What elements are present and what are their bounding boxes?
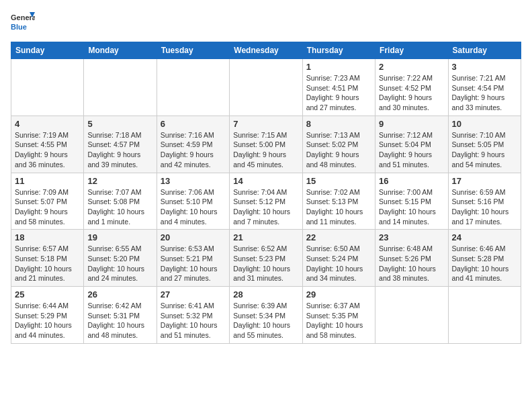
calendar-cell: 27Sunrise: 6:41 AM Sunset: 5:32 PM Dayli… bbox=[157, 287, 229, 344]
day-detail: Sunrise: 7:21 AM Sunset: 4:54 PM Dayligh… bbox=[452, 73, 517, 113]
logo: General Blue bbox=[11, 11, 35, 35]
day-detail: Sunrise: 6:57 AM Sunset: 5:18 PM Dayligh… bbox=[15, 244, 80, 283]
day-number: 27 bbox=[161, 289, 226, 300]
day-number: 24 bbox=[452, 232, 517, 242]
day-number: 5 bbox=[87, 119, 152, 129]
day-detail: Sunrise: 7:22 AM Sunset: 4:52 PM Dayligh… bbox=[379, 73, 444, 113]
day-detail: Sunrise: 7:23 AM Sunset: 4:51 PM Dayligh… bbox=[306, 73, 371, 113]
column-header-saturday: Saturday bbox=[448, 42, 521, 59]
calendar-cell: 21Sunrise: 6:52 AM Sunset: 5:23 PM Dayli… bbox=[230, 230, 302, 287]
day-detail: Sunrise: 6:42 AM Sunset: 5:31 PM Dayligh… bbox=[87, 301, 152, 340]
day-detail: Sunrise: 7:15 AM Sunset: 5:00 PM Dayligh… bbox=[233, 130, 298, 170]
calendar-cell: 25Sunrise: 6:44 AM Sunset: 5:29 PM Dayli… bbox=[11, 287, 84, 344]
calendar-cell: 5Sunrise: 7:18 AM Sunset: 4:57 PM Daylig… bbox=[84, 116, 157, 173]
calendar-week-row: 11Sunrise: 7:09 AM Sunset: 5:07 PM Dayli… bbox=[11, 173, 521, 230]
day-detail: Sunrise: 7:18 AM Sunset: 4:57 PM Dayligh… bbox=[87, 130, 152, 170]
day-number: 4 bbox=[15, 119, 80, 129]
day-detail: Sunrise: 7:06 AM Sunset: 5:10 PM Dayligh… bbox=[161, 187, 226, 227]
calendar-cell: 29Sunrise: 6:37 AM Sunset: 5:35 PM Dayli… bbox=[302, 287, 375, 344]
calendar-cell bbox=[84, 59, 157, 116]
day-detail: Sunrise: 6:37 AM Sunset: 5:35 PM Dayligh… bbox=[306, 301, 371, 340]
calendar-cell: 12Sunrise: 7:07 AM Sunset: 5:08 PM Dayli… bbox=[84, 173, 157, 230]
calendar-cell bbox=[230, 59, 302, 116]
day-detail: Sunrise: 6:50 AM Sunset: 5:24 PM Dayligh… bbox=[306, 244, 371, 283]
calendar-cell: 3Sunrise: 7:21 AM Sunset: 4:54 PM Daylig… bbox=[448, 59, 521, 116]
day-detail: Sunrise: 6:52 AM Sunset: 5:23 PM Dayligh… bbox=[233, 244, 298, 283]
calendar-cell: 28Sunrise: 6:39 AM Sunset: 5:34 PM Dayli… bbox=[230, 287, 302, 344]
day-detail: Sunrise: 6:48 AM Sunset: 5:26 PM Dayligh… bbox=[379, 244, 444, 283]
calendar-cell: 8Sunrise: 7:13 AM Sunset: 5:02 PM Daylig… bbox=[302, 116, 375, 173]
calendar-cell: 17Sunrise: 6:59 AM Sunset: 5:16 PM Dayli… bbox=[448, 173, 521, 230]
day-number: 20 bbox=[161, 232, 226, 242]
calendar-cell: 4Sunrise: 7:19 AM Sunset: 4:55 PM Daylig… bbox=[11, 116, 84, 173]
calendar-cell bbox=[375, 287, 448, 344]
day-detail: Sunrise: 7:12 AM Sunset: 5:04 PM Dayligh… bbox=[379, 130, 444, 170]
calendar-week-row: 18Sunrise: 6:57 AM Sunset: 5:18 PM Dayli… bbox=[11, 230, 521, 287]
day-number: 8 bbox=[306, 119, 371, 129]
calendar-cell bbox=[448, 287, 521, 344]
day-detail: Sunrise: 6:39 AM Sunset: 5:34 PM Dayligh… bbox=[233, 301, 298, 340]
day-number: 28 bbox=[233, 289, 298, 300]
calendar-cell: 16Sunrise: 7:00 AM Sunset: 5:15 PM Dayli… bbox=[375, 173, 448, 230]
day-number: 22 bbox=[306, 232, 371, 242]
calendar-cell: 10Sunrise: 7:10 AM Sunset: 5:05 PM Dayli… bbox=[448, 116, 521, 173]
column-header-sunday: Sunday bbox=[11, 42, 84, 59]
day-number: 2 bbox=[379, 62, 444, 72]
day-number: 10 bbox=[452, 119, 517, 129]
day-detail: Sunrise: 7:19 AM Sunset: 4:55 PM Dayligh… bbox=[15, 130, 80, 170]
day-detail: Sunrise: 7:16 AM Sunset: 4:59 PM Dayligh… bbox=[161, 130, 226, 170]
calendar-header-row: SundayMondayTuesdayWednesdayThursdayFrid… bbox=[11, 42, 521, 59]
day-number: 6 bbox=[161, 119, 226, 129]
calendar-cell: 20Sunrise: 6:53 AM Sunset: 5:21 PM Dayli… bbox=[157, 230, 229, 287]
day-number: 15 bbox=[306, 176, 371, 186]
day-number: 17 bbox=[452, 176, 517, 186]
calendar-cell: 2Sunrise: 7:22 AM Sunset: 4:52 PM Daylig… bbox=[375, 59, 448, 116]
calendar-cell: 6Sunrise: 7:16 AM Sunset: 4:59 PM Daylig… bbox=[157, 116, 229, 173]
calendar-table: SundayMondayTuesdayWednesdayThursdayFrid… bbox=[11, 42, 521, 344]
calendar-cell: 13Sunrise: 7:06 AM Sunset: 5:10 PM Dayli… bbox=[157, 173, 229, 230]
day-number: 23 bbox=[379, 232, 444, 242]
day-number: 19 bbox=[87, 232, 152, 242]
day-number: 9 bbox=[379, 119, 444, 129]
page-header: General Blue bbox=[11, 11, 521, 35]
calendar-cell: 22Sunrise: 6:50 AM Sunset: 5:24 PM Dayli… bbox=[302, 230, 375, 287]
day-detail: Sunrise: 6:53 AM Sunset: 5:21 PM Dayligh… bbox=[161, 244, 226, 283]
calendar-cell bbox=[157, 59, 229, 116]
day-number: 1 bbox=[306, 62, 371, 72]
day-detail: Sunrise: 6:59 AM Sunset: 5:16 PM Dayligh… bbox=[452, 187, 517, 227]
day-number: 21 bbox=[233, 232, 298, 242]
calendar-cell: 18Sunrise: 6:57 AM Sunset: 5:18 PM Dayli… bbox=[11, 230, 84, 287]
day-detail: Sunrise: 6:55 AM Sunset: 5:20 PM Dayligh… bbox=[87, 244, 152, 283]
day-number: 12 bbox=[87, 176, 152, 186]
day-number: 3 bbox=[452, 62, 517, 72]
day-number: 11 bbox=[15, 176, 80, 186]
calendar-cell: 1Sunrise: 7:23 AM Sunset: 4:51 PM Daylig… bbox=[302, 59, 375, 116]
logo-graphic: General Blue bbox=[11, 11, 35, 35]
day-number: 18 bbox=[15, 232, 80, 242]
calendar-cell: 26Sunrise: 6:42 AM Sunset: 5:31 PM Dayli… bbox=[84, 287, 157, 344]
day-number: 7 bbox=[233, 119, 298, 129]
day-detail: Sunrise: 7:07 AM Sunset: 5:08 PM Dayligh… bbox=[87, 187, 152, 227]
day-detail: Sunrise: 6:41 AM Sunset: 5:32 PM Dayligh… bbox=[161, 301, 226, 340]
calendar-cell: 24Sunrise: 6:46 AM Sunset: 5:28 PM Dayli… bbox=[448, 230, 521, 287]
svg-text:Blue: Blue bbox=[11, 23, 27, 31]
column-header-tuesday: Tuesday bbox=[157, 42, 229, 59]
day-detail: Sunrise: 7:04 AM Sunset: 5:12 PM Dayligh… bbox=[233, 187, 298, 227]
day-detail: Sunrise: 6:44 AM Sunset: 5:29 PM Dayligh… bbox=[15, 301, 80, 340]
day-detail: Sunrise: 7:10 AM Sunset: 5:05 PM Dayligh… bbox=[452, 130, 517, 170]
day-number: 25 bbox=[15, 289, 80, 300]
calendar-cell: 19Sunrise: 6:55 AM Sunset: 5:20 PM Dayli… bbox=[84, 230, 157, 287]
day-detail: Sunrise: 7:00 AM Sunset: 5:15 PM Dayligh… bbox=[379, 187, 444, 227]
calendar-cell: 7Sunrise: 7:15 AM Sunset: 5:00 PM Daylig… bbox=[230, 116, 302, 173]
day-number: 26 bbox=[87, 289, 152, 300]
day-detail: Sunrise: 6:46 AM Sunset: 5:28 PM Dayligh… bbox=[452, 244, 517, 283]
calendar-cell: 14Sunrise: 7:04 AM Sunset: 5:12 PM Dayli… bbox=[230, 173, 302, 230]
day-detail: Sunrise: 7:02 AM Sunset: 5:13 PM Dayligh… bbox=[306, 187, 371, 227]
day-detail: Sunrise: 7:09 AM Sunset: 5:07 PM Dayligh… bbox=[15, 187, 80, 227]
day-detail: Sunrise: 7:13 AM Sunset: 5:02 PM Dayligh… bbox=[306, 130, 371, 170]
calendar-week-row: 4Sunrise: 7:19 AM Sunset: 4:55 PM Daylig… bbox=[11, 116, 521, 173]
calendar-cell: 11Sunrise: 7:09 AM Sunset: 5:07 PM Dayli… bbox=[11, 173, 84, 230]
calendar-cell: 15Sunrise: 7:02 AM Sunset: 5:13 PM Dayli… bbox=[302, 173, 375, 230]
calendar-week-row: 1Sunrise: 7:23 AM Sunset: 4:51 PM Daylig… bbox=[11, 59, 521, 116]
day-number: 14 bbox=[233, 176, 298, 186]
